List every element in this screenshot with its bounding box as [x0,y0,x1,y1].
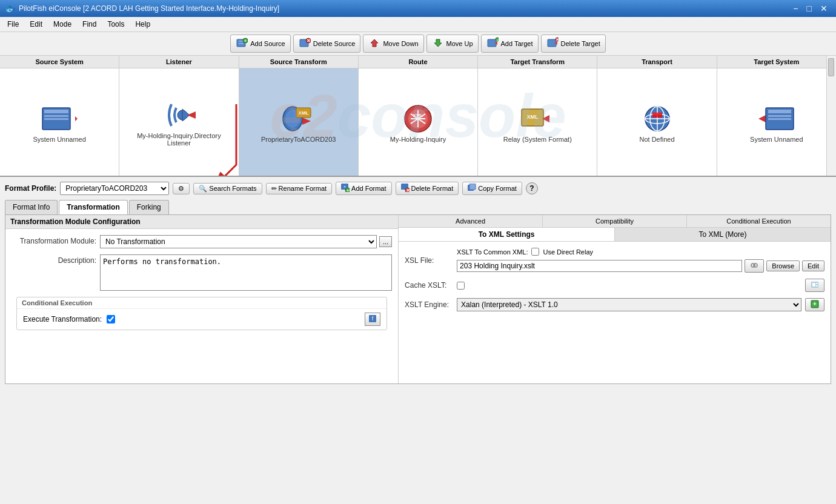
cond-exec-title: Conditional Execution [17,297,386,309]
right-tab-compatibility[interactable]: Compatibility [543,215,687,227]
delete-target-button[interactable]: ✕ Delete Target [541,35,606,53]
search-formats-label: Search Formats [209,185,256,192]
add-format-button[interactable]: + + Add Format [336,182,391,195]
left-config-panel: Transformation Module Configuration Tran… [5,215,399,383]
xslt-engine-extra-btn[interactable]: + [805,298,824,311]
cache-xslt-btn[interactable] [805,279,824,292]
delete-source-button[interactable]: ✕ Delete Source [293,35,361,53]
add-target-icon: + [486,37,499,50]
svg-text:+: + [496,38,499,42]
xsl-link-btn[interactable] [745,259,764,273]
delete-format-icon: ✕ [401,184,410,193]
add-format-icon: + + [341,184,350,193]
svg-rect-51 [768,118,791,120]
copy-format-button[interactable]: Copy Format [462,182,522,195]
move-down-button[interactable]: Move Down [363,35,423,53]
svg-rect-61 [469,184,476,190]
cache-xslt-checkbox[interactable] [457,282,465,290]
add-source-label: Add Source [250,40,285,47]
settings-icon-btn[interactable]: ⚙ [173,183,190,194]
menu-file[interactable]: File [2,18,24,30]
tab-format-info[interactable]: Format Info [5,200,58,214]
col-target-system[interactable]: System Unnamed [717,68,836,176]
svg-rect-69 [816,283,818,284]
svg-text:+: + [347,188,349,192]
title-bar-text: PilotFish eiConsole [2 ACORD LAH Getting… [19,4,279,13]
target-system-label: System Unnamed [750,136,803,143]
add-source-button[interactable]: + Add Source [230,35,290,53]
xml-more-tab[interactable]: To XML (More) [615,228,831,241]
menu-help[interactable]: Help [130,18,155,30]
col-target-transform[interactable]: XML Relay (System Format) [478,68,597,176]
col-header-route: Route [359,56,477,68]
menu-tools[interactable]: Tools [102,18,129,30]
svg-text:+: + [244,39,247,43]
rename-format-button[interactable]: ✏ Rename Format [266,183,332,194]
cond-exec-row: Execute Transformation: f [17,309,386,330]
menu-bar: File Edit Mode Find Tools Help [0,17,836,32]
menu-edit[interactable]: Edit [25,18,47,30]
menu-find[interactable]: Find [78,18,101,30]
edit-button[interactable]: Edit [802,260,824,271]
transformation-module-label: Transformation Module: [12,235,96,245]
toolbar: + Add Source ✕ Delete Source Move Down [0,32,836,56]
copy-format-icon [468,184,476,193]
col-listener[interactable]: My-Holding-Inquiry.DirectoryListener [119,68,238,176]
transformation-module-select[interactable]: No Transformation [100,235,377,248]
gear-icon: ⚙ [178,185,184,193]
tab-forking[interactable]: Forking [129,200,169,214]
svg-text:✕: ✕ [405,188,410,192]
format-profile-label: Format Profile: [5,184,56,193]
svg-rect-49 [768,110,791,113]
move-up-label: Move Up [446,40,473,47]
source-system-label: System Unnamed [33,136,85,143]
svg-marker-30 [302,118,311,125]
svg-rect-46 [652,113,662,118]
right-tabs-bar: Advanced Compatibility Conditional Execu… [399,215,831,228]
listener-label: My-Holding-Inquiry.DirectoryListener [137,132,221,147]
format-profile-select[interactable]: ProprietaryToACORD203 [60,182,169,195]
transport-label: Not Defined [640,136,675,143]
xslt-engine-select[interactable]: Xalan (Interpreted) - XSLT 1.0 [457,298,801,311]
delete-format-button[interactable]: ✕ Delete Format [396,182,459,195]
description-textarea[interactable]: Performs no transformation. [100,254,392,291]
close-button[interactable]: ✕ [817,3,831,14]
right-tab-conditional[interactable]: Conditional Execution [687,215,831,227]
title-bar-controls[interactable]: − □ ✕ [789,3,831,14]
tab-transformation[interactable]: Transformation [59,200,127,214]
add-source-icon: + [236,37,248,50]
xsl-file-label: XSL File: [405,256,453,265]
maximize-button[interactable]: □ [803,3,815,14]
pipeline-area: e2console Source System System Unnamed L… [0,56,836,177]
delete-format-label: Delete Format [411,185,454,192]
right-tab-advanced[interactable]: Advanced [399,215,543,227]
use-direct-relay-checkbox[interactable] [531,248,539,256]
browse-button[interactable]: Browse [766,260,800,271]
transformation-module-browse-btn[interactable]: ... [379,236,392,247]
help-button[interactable]: ? [526,182,538,194]
col-source-system[interactable]: System Unnamed [0,68,119,176]
format-profile-bar: Format Profile: ProprietaryToACORD203 ⚙ … [5,182,831,195]
minimize-button[interactable]: − [789,3,801,14]
execute-transformation-checkbox[interactable] [107,315,115,323]
execute-transformation-script-btn[interactable]: f [365,313,380,326]
menu-mode[interactable]: Mode [48,18,76,30]
description-label: Description: [12,254,96,265]
col-transport[interactable]: Not Defined [597,68,716,176]
col-header-target-transform: Target Transform [478,56,597,68]
pipeline-scrollbar[interactable] [826,56,836,176]
move-up-icon [432,37,444,50]
svg-rect-70 [816,285,818,287]
xsl-filename-input[interactable]: 203 Holding Inquiry.xslt [457,260,742,272]
search-formats-button[interactable]: 🔍 Search Formats [193,183,262,194]
col-route[interactable]: XML My-Holding-Inquiry [359,68,477,176]
col-header-source-transform: Source Transform [239,56,358,68]
move-up-button[interactable]: Move Up [426,35,479,53]
use-direct-relay-label: Use Direct Relay [543,248,593,256]
add-target-button[interactable]: + Add Target [481,35,539,53]
col-source-transform[interactable]: XML ProprietaryToACORD203 [239,68,358,176]
xslt-to-common-xml-label: XSLT To Common XML: [457,248,528,256]
delete-source-icon: ✕ [299,37,311,50]
transformation-module-input-group: No Transformation ... [100,235,392,248]
svg-rect-19 [44,110,68,113]
